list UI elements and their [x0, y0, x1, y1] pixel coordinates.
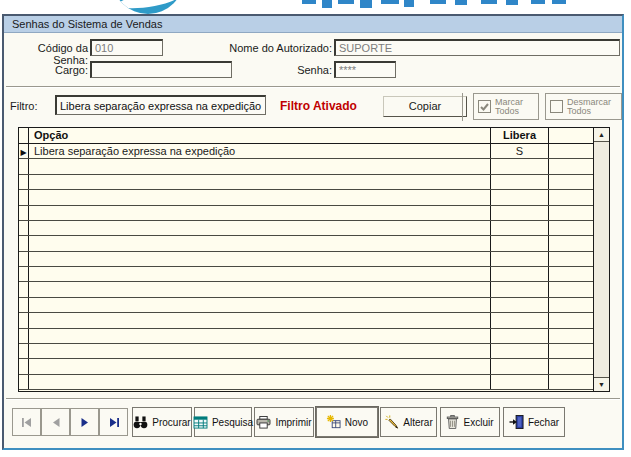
- cargo-field[interactable]: [90, 61, 232, 78]
- table-row[interactable]: [19, 190, 593, 205]
- nav-previous-button[interactable]: [41, 408, 70, 436]
- row-indicator-cell: [19, 282, 29, 296]
- table-row[interactable]: [19, 282, 593, 297]
- grid-cell-libera: [491, 252, 549, 266]
- scroll-up-icon[interactable]: ▲: [594, 128, 609, 142]
- nav-first-button[interactable]: [12, 408, 41, 436]
- row-indicator-cell: [19, 344, 29, 358]
- pesquisa-label: Pesquisa: [212, 417, 253, 428]
- table-row[interactable]: [19, 344, 593, 359]
- table-row[interactable]: [19, 267, 593, 282]
- row-indicator-cell: [19, 267, 29, 281]
- grid-cell-opcao: [29, 159, 491, 173]
- grid-cell-extra: [549, 359, 593, 373]
- row-indicator-cell: [19, 298, 29, 312]
- table-row[interactable]: [19, 375, 593, 390]
- grid-cell-libera: [491, 267, 549, 281]
- desmarcar-line2: Todos: [567, 106, 591, 116]
- imprimir-label: Imprimir: [275, 417, 311, 428]
- filtro-label: Filtro:: [10, 100, 50, 112]
- filtro-input[interactable]: [55, 95, 266, 115]
- nome-field[interactable]: [334, 39, 620, 56]
- grid-cell-libera: [491, 298, 549, 312]
- grid-cell-opcao: [29, 329, 491, 343]
- grid-cell-opcao: [29, 375, 491, 389]
- marcar-line2: Todos: [495, 106, 519, 116]
- grid-cell-libera: [491, 359, 549, 373]
- senha-field[interactable]: [334, 61, 396, 78]
- edit-pencil-icon: [384, 415, 399, 429]
- table-row[interactable]: [19, 298, 593, 313]
- row-indicator-cell: [19, 221, 29, 235]
- grid-cell-extra: [549, 252, 593, 266]
- pesquisa-button[interactable]: Pesquisa: [194, 407, 252, 437]
- desmarcar-todos-button[interactable]: DesmarcarTodos: [545, 93, 622, 120]
- codigo-field[interactable]: [90, 39, 163, 56]
- row-indicator-cell: [19, 159, 29, 173]
- grid-cell-libera: [491, 375, 549, 389]
- grid-cell-libera: [491, 313, 549, 327]
- row-indicator-cell: [19, 359, 29, 373]
- scroll-down-icon[interactable]: ▼: [594, 377, 609, 391]
- imprimir-button[interactable]: Imprimir: [254, 407, 314, 437]
- grid-cell-extra: [549, 267, 593, 281]
- novo-button[interactable]: Novo: [316, 407, 378, 437]
- grid-cell-opcao: [29, 282, 491, 296]
- first-record-icon: [22, 418, 32, 427]
- grid-cell-extra: [549, 375, 593, 389]
- grid-cell-libera: S: [491, 144, 549, 158]
- row-indicator-cell: [19, 313, 29, 327]
- grid-cell-extra: [549, 298, 593, 312]
- copiar-button[interactable]: Copiar: [383, 96, 467, 117]
- grid-cell-extra: [549, 206, 593, 220]
- marcar-todos-button[interactable]: MarcarTodos: [473, 93, 539, 120]
- grid-cell-extra: [549, 236, 593, 250]
- grid-cell-libera: [491, 159, 549, 173]
- fechar-button[interactable]: Fechar: [503, 407, 565, 437]
- senhas-dialog: Senhas do Sistema de Vendas Código da Se…: [2, 14, 624, 450]
- row-indicator-cell: [19, 375, 29, 389]
- grid-cell-opcao: [29, 267, 491, 281]
- table-row[interactable]: [19, 175, 593, 190]
- grid-cell-opcao: [29, 190, 491, 204]
- fechar-label: Fechar: [528, 417, 559, 428]
- row-indicator-cell: [19, 252, 29, 266]
- printer-icon: [256, 416, 271, 429]
- table-row[interactable]: [19, 236, 593, 251]
- binoculars-icon: [133, 416, 148, 429]
- nav-next-button[interactable]: [70, 408, 99, 436]
- grid-cell-extra: [549, 190, 593, 204]
- current-row-arrow-icon: ▶: [19, 144, 29, 158]
- libera-column-header: Libera: [491, 128, 549, 143]
- table-row[interactable]: [19, 221, 593, 236]
- vertical-scrollbar[interactable]: ▲ ▼: [593, 128, 609, 391]
- procurar-button[interactable]: Procurar: [132, 407, 192, 437]
- grid-cell-extra: [549, 221, 593, 235]
- table-row[interactable]: [19, 206, 593, 221]
- unchecked-checkbox-icon: [550, 100, 563, 113]
- new-record-icon: [326, 415, 341, 429]
- alterar-button[interactable]: Alterar: [380, 407, 437, 437]
- table-row[interactable]: [19, 359, 593, 374]
- grid-cell-opcao: [29, 344, 491, 358]
- novo-label: Novo: [345, 417, 368, 428]
- checked-checkbox-icon: [478, 100, 491, 113]
- table-row[interactable]: ▶Libera separação expressa na expediçãoS: [19, 144, 593, 159]
- table-row[interactable]: [19, 313, 593, 328]
- grid-cell-extra: [549, 144, 593, 158]
- filter-separator: [462, 93, 463, 121]
- grid-cell-opcao: [29, 252, 491, 266]
- table-row[interactable]: [19, 159, 593, 174]
- procurar-label: Procurar: [152, 417, 190, 428]
- table-row[interactable]: [19, 252, 593, 267]
- options-grid[interactable]: Opção Libera ▶Libera separação expressa …: [18, 127, 610, 392]
- indicator-column-header: [19, 128, 29, 143]
- next-record-icon: [81, 418, 89, 427]
- table-row[interactable]: [19, 329, 593, 344]
- codigo-label: Código da Senha:: [4, 42, 88, 66]
- excluir-label: Excluir: [463, 417, 493, 428]
- row-indicator-cell: [19, 236, 29, 250]
- nav-last-button[interactable]: [99, 408, 128, 436]
- grid-cell-opcao: [29, 206, 491, 220]
- excluir-button[interactable]: Excluir: [440, 407, 500, 437]
